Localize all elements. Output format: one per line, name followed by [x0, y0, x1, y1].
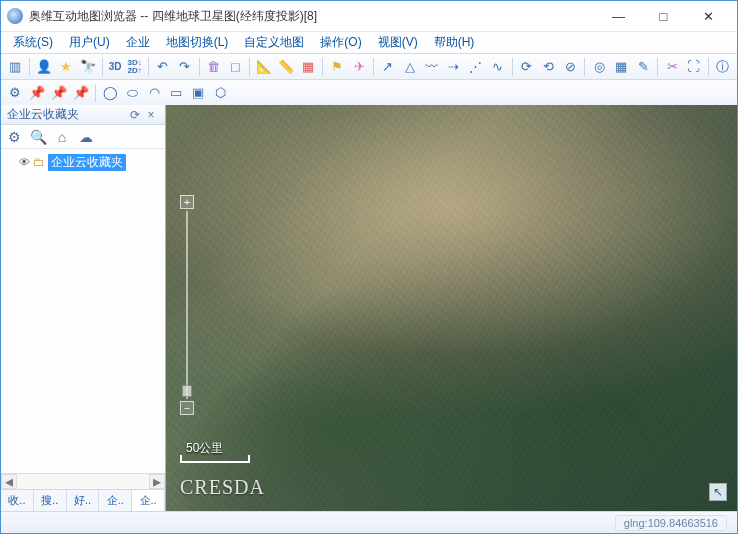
sidebar: 企业云收藏夹 ⟳ × ⚙ 🔍 ⌂ ☁ 👁 🗀 企业云收藏夹 ◂ ▸ — [1, 105, 166, 511]
cut-icon[interactable]: ✂ — [662, 57, 682, 77]
target-icon[interactable]: ◎ — [589, 57, 609, 77]
window-title: 奥维互动地图浏览器 -- 四维地球卫星图(经纬度投影)[8] — [29, 8, 596, 25]
menu-user[interactable]: 用户(U) — [61, 32, 118, 53]
pin-green-icon[interactable]: 📌 — [71, 83, 91, 103]
route-icon[interactable]: ✈ — [349, 57, 369, 77]
menu-custommap[interactable]: 自定义地图 — [236, 32, 312, 53]
sidebar-tab-ent2[interactable]: 企.. — [132, 490, 165, 511]
refresh-ccw-icon[interactable]: ⟲ — [538, 57, 558, 77]
main-area: 企业云收藏夹 ⟳ × ⚙ 🔍 ⌂ ☁ 👁 🗀 企业云收藏夹 ◂ ▸ — [1, 105, 737, 511]
star-icon[interactable]: ★ — [56, 57, 76, 77]
sidebar-home-icon[interactable]: ⌂ — [53, 128, 71, 146]
grid-icon[interactable]: ▦ — [611, 57, 631, 77]
zoom-slider[interactable]: + − — [180, 195, 194, 415]
scale-bar: 50公里 — [180, 440, 250, 463]
pointset-icon[interactable]: ⋰ — [466, 57, 486, 77]
sidebar-cloud-icon[interactable]: ☁ — [77, 128, 95, 146]
toolbar-main: ▥ 👤 ★ 🔭 3D 3D↓2D↑ ↶ ↷ 🗑 ◻ 📐 📏 ▦ ⚑ ✈ ↗ △ … — [1, 53, 737, 79]
app-window: 奥维互动地图浏览器 -- 四维地球卫星图(经纬度投影)[8] ― □ ✕ 系统(… — [0, 0, 738, 534]
menu-view[interactable]: 视图(V) — [370, 32, 426, 53]
sidebar-title: 企业云收藏夹 — [7, 106, 127, 123]
view-3d-button[interactable]: 3D — [107, 61, 124, 72]
eye-icon[interactable]: 👁 — [19, 156, 30, 168]
shape-hex-icon[interactable]: ⬡ — [210, 83, 230, 103]
zoom-thumb[interactable] — [182, 385, 192, 397]
tree-item-label: 企业云收藏夹 — [48, 154, 126, 171]
area-icon[interactable]: ▦ — [298, 57, 318, 77]
sidebar-search-icon[interactable]: 🔍 — [29, 128, 47, 146]
sidebar-tab-favorites[interactable]: 收.. — [1, 490, 34, 511]
track-icon[interactable]: ⇢ — [444, 57, 464, 77]
zoom-track[interactable] — [186, 211, 188, 399]
status-coord: glng:109.84663516 — [615, 515, 727, 531]
polygon-icon[interactable]: △ — [400, 57, 420, 77]
title-bar: 奥维互动地图浏览器 -- 四维地球卫星图(经纬度投影)[8] ― □ ✕ — [1, 1, 737, 31]
ruler-h-icon[interactable]: 📐 — [254, 57, 274, 77]
curve-icon[interactable]: 〰 — [422, 57, 442, 77]
menu-operate[interactable]: 操作(O) — [312, 32, 369, 53]
shape-circle-icon[interactable]: ◯ — [100, 83, 120, 103]
toolbar-shapes: ⚙ 📌 📌 📌 ◯ ⬭ ◠ ▭ ▣ ⬡ — [1, 79, 737, 105]
polyline-icon[interactable]: ↗ — [378, 57, 398, 77]
sidebar-refresh-icon[interactable]: ⟳ — [127, 108, 143, 122]
about-icon[interactable]: ⓘ — [713, 57, 733, 77]
map-viewport[interactable]: + − 50公里 CRESDA ↖ — [166, 105, 737, 511]
sidebar-toolbar: ⚙ 🔍 ⌂ ☁ — [1, 125, 165, 149]
view-3d2d-button[interactable]: 3D↓2D↑ — [125, 59, 143, 75]
tree-row[interactable]: 👁 🗀 企业云收藏夹 — [3, 153, 163, 171]
sidebar-tree[interactable]: 👁 🗀 企业云收藏夹 — [1, 149, 165, 473]
map-watermark: CRESDA — [180, 476, 265, 499]
sidebar-header: 企业云收藏夹 ⟳ × — [1, 105, 165, 125]
status-bar: glng:109.84663516 — [1, 511, 737, 533]
sidebar-close-icon[interactable]: × — [143, 108, 159, 122]
undo-icon[interactable]: ↶ — [153, 57, 173, 77]
binoculars-icon[interactable]: 🔭 — [78, 57, 98, 77]
trash-icon[interactable]: 🗑 — [204, 57, 224, 77]
scroll-right-icon[interactable]: ▸ — [149, 474, 165, 489]
sidebar-gear-icon[interactable]: ⚙ — [5, 128, 23, 146]
menu-bar: 系统(S) 用户(U) 企业 地图切换(L) 自定义地图 操作(O) 视图(V)… — [1, 31, 737, 53]
menu-system[interactable]: 系统(S) — [5, 32, 61, 53]
capture-icon[interactable]: ⛶ — [684, 57, 704, 77]
scroll-left-icon[interactable]: ◂ — [1, 474, 17, 489]
zoom-in-button[interactable]: + — [180, 195, 194, 209]
pin-blue-icon[interactable]: 📌 — [49, 83, 69, 103]
sidebar-tab-ent1[interactable]: 企.. — [99, 490, 132, 511]
edit-icon[interactable]: ✎ — [633, 57, 653, 77]
sidebar-tab-search[interactable]: 搜.. — [34, 490, 67, 511]
close-button[interactable]: ✕ — [686, 1, 731, 31]
menu-mapswitch[interactable]: 地图切换(L) — [158, 32, 237, 53]
folder-icon: 🗀 — [33, 155, 45, 169]
shape-arc-icon[interactable]: ◠ — [144, 83, 164, 103]
shape-select-icon[interactable]: ▣ — [188, 83, 208, 103]
menu-help[interactable]: 帮助(H) — [426, 32, 483, 53]
open-icon[interactable]: ▥ — [5, 57, 25, 77]
freehand-icon[interactable]: ∿ — [488, 57, 508, 77]
minimize-button[interactable]: ― — [596, 1, 641, 31]
shape-ellipse-icon[interactable]: ⬭ — [122, 83, 142, 103]
sidebar-hscroll[interactable]: ◂ ▸ — [1, 473, 165, 489]
app-icon — [7, 8, 23, 24]
shape-rect-icon[interactable]: ▭ — [166, 83, 186, 103]
refresh-cw-icon[interactable]: ⟳ — [517, 57, 537, 77]
flag-icon[interactable]: ⚑ — [327, 57, 347, 77]
pin-yellow-icon[interactable]: 📌 — [27, 83, 47, 103]
redo-icon[interactable]: ↷ — [175, 57, 195, 77]
gear-icon[interactable]: ⚙ — [5, 83, 25, 103]
menu-enterprise[interactable]: 企业 — [118, 32, 158, 53]
nav-arrow-icon[interactable]: ↖ — [709, 483, 727, 501]
sidebar-tab-friends[interactable]: 好.. — [67, 490, 100, 511]
zoom-out-button[interactable]: − — [180, 401, 194, 415]
ruler-v-icon[interactable]: 📏 — [276, 57, 296, 77]
select-rect-icon[interactable]: ◻ — [225, 57, 245, 77]
user-icon[interactable]: 👤 — [34, 57, 54, 77]
sidebar-tabs: 收.. 搜.. 好.. 企.. 企.. — [1, 489, 165, 511]
maximize-button[interactable]: □ — [641, 1, 686, 31]
sync-off-icon[interactable]: ⊘ — [560, 57, 580, 77]
